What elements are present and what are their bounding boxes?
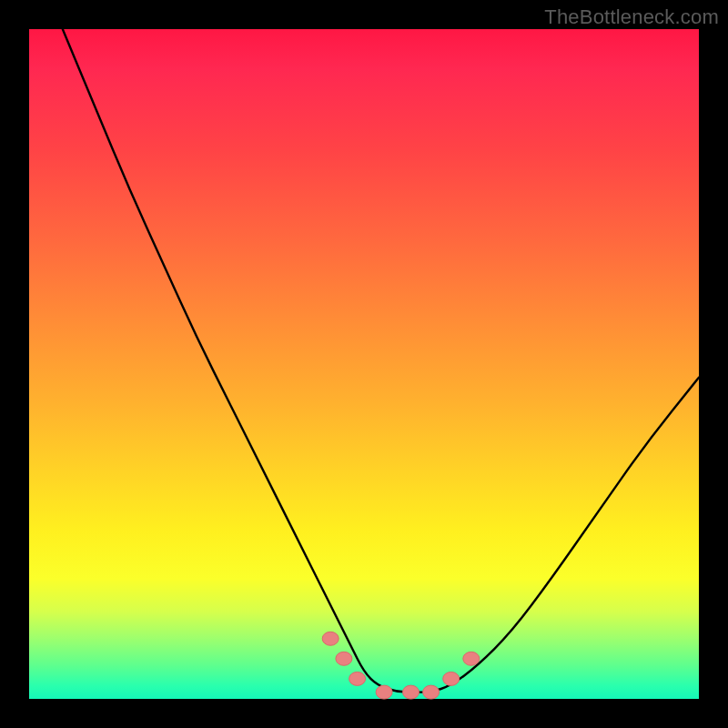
marker-dot — [336, 652, 352, 665]
marker-dot — [349, 672, 366, 685]
marker-dot — [463, 652, 480, 665]
marker-dot — [403, 685, 420, 699]
highlight-markers — [322, 632, 480, 699]
chart-frame: TheBottleneck.com — [0, 0, 728, 728]
marker-dot — [443, 672, 460, 685]
marker-dot — [376, 685, 392, 699]
marker-dot — [322, 632, 339, 645]
watermark-text: TheBottleneck.com — [544, 5, 719, 29]
curve-layer — [29, 29, 699, 699]
marker-dot — [423, 685, 440, 699]
bottleneck-curve — [63, 29, 699, 693]
